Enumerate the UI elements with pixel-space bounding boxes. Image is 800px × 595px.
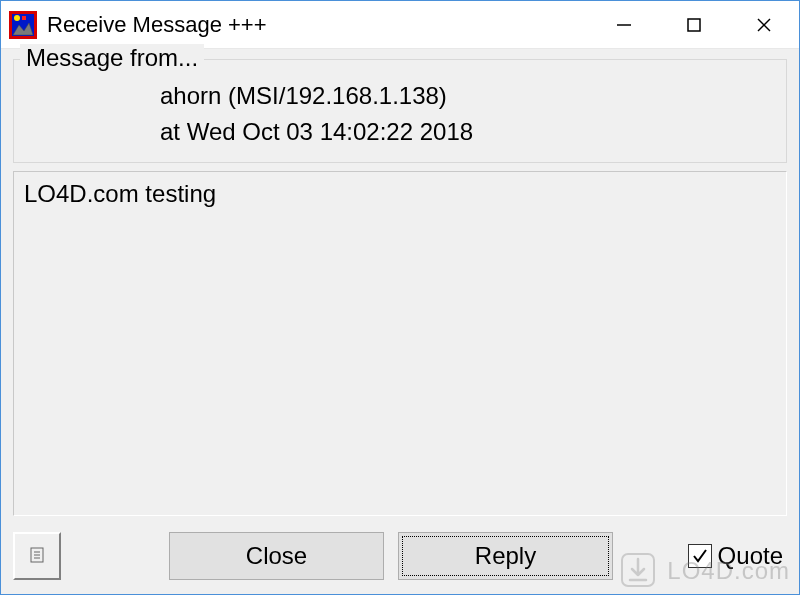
quote-checkbox[interactable] [688, 544, 712, 568]
svg-point-2 [14, 15, 20, 21]
svg-rect-5 [688, 19, 700, 31]
app-icon [9, 11, 37, 39]
sender-line: ahorn (MSI/192.168.1.138) [30, 78, 770, 114]
close-button[interactable]: Close [169, 532, 384, 580]
message-from-group: Message from... ahorn (MSI/192.168.1.138… [13, 59, 787, 163]
maximize-button[interactable] [659, 1, 729, 49]
close-window-button[interactable] [729, 1, 799, 49]
reply-button[interactable]: Reply [398, 532, 613, 580]
message-body[interactable]: LO4D.com testing [13, 171, 787, 516]
window-controls [589, 1, 799, 48]
close-button-label: Close [246, 542, 307, 570]
reply-button-label: Reply [475, 542, 536, 570]
copy-icon [27, 544, 47, 568]
message-text: LO4D.com testing [24, 180, 216, 207]
titlebar[interactable]: Receive Message +++ [1, 1, 799, 49]
minimize-button[interactable] [589, 1, 659, 49]
svg-rect-3 [22, 16, 26, 20]
receive-message-window: Receive Message +++ Message from... ahor… [0, 0, 800, 595]
quote-label: Quote [718, 542, 783, 570]
client-area: Message from... ahorn (MSI/192.168.1.138… [1, 49, 799, 594]
timestamp-line: at Wed Oct 03 14:02:22 2018 [30, 114, 770, 150]
quote-checkbox-wrap[interactable]: Quote [688, 542, 787, 570]
group-legend: Message from... [20, 44, 204, 72]
button-row: Close Reply Quote [13, 530, 787, 582]
copy-button[interactable] [13, 532, 61, 580]
window-title: Receive Message +++ [47, 12, 589, 38]
